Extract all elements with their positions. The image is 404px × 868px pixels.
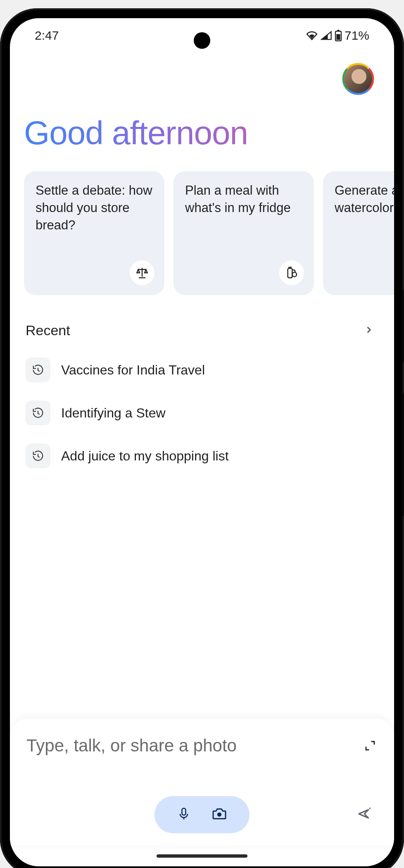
suggestion-card[interactable]: Generate a watercolor bbox=[323, 171, 394, 295]
avatar-image bbox=[344, 65, 372, 93]
suggestion-card[interactable]: Plan a meal with what's in my fridge bbox=[173, 171, 314, 295]
signal-icon bbox=[321, 31, 332, 41]
send-icon bbox=[356, 806, 373, 822]
suggestion-text: Generate a watercolor bbox=[335, 183, 394, 215]
recent-list: Vaccines for India Travel Identifying a … bbox=[10, 344, 394, 482]
account-avatar[interactable] bbox=[342, 63, 374, 95]
microphone-icon bbox=[176, 806, 191, 821]
svg-point-10 bbox=[218, 813, 221, 816]
screen: 2:47 71% bbox=[10, 18, 394, 866]
system-nav-bar[interactable] bbox=[10, 846, 394, 866]
recent-label: Identifying a Stew bbox=[61, 405, 166, 421]
nav-pill bbox=[157, 854, 247, 858]
recent-label: Vaccines for India Travel bbox=[61, 362, 205, 378]
recent-title: Recent bbox=[26, 322, 70, 339]
expand-icon bbox=[364, 739, 376, 752]
front-camera bbox=[194, 32, 210, 49]
input-surface: Type, talk, or share a photo bbox=[10, 718, 394, 846]
svg-rect-9 bbox=[182, 808, 186, 816]
greeting-title: Good afternoon bbox=[10, 99, 394, 163]
camera-icon bbox=[211, 806, 228, 822]
suggestion-cards[interactable]: Settle a debate: how should you store br… bbox=[10, 163, 394, 303]
svg-rect-1 bbox=[337, 30, 340, 31]
svg-rect-2 bbox=[336, 34, 340, 40]
battery-percent: 71% bbox=[345, 29, 369, 43]
scales-icon bbox=[130, 260, 154, 285]
recent-item[interactable]: Vaccines for India Travel bbox=[21, 348, 383, 391]
phone-side-button bbox=[402, 393, 404, 517]
prompt-input[interactable]: Type, talk, or share a photo bbox=[25, 732, 353, 759]
chevron-right-icon bbox=[364, 324, 374, 337]
history-icon bbox=[26, 358, 50, 382]
phone-frame: 2:47 71% bbox=[0, 8, 404, 868]
microphone-button[interactable] bbox=[176, 806, 191, 823]
voice-camera-pill bbox=[154, 796, 250, 833]
phone-side-button bbox=[402, 289, 404, 364]
input-actions bbox=[25, 796, 379, 833]
svg-point-8 bbox=[292, 272, 297, 277]
history-icon bbox=[26, 401, 50, 425]
recent-section-header[interactable]: Recent bbox=[10, 303, 394, 344]
suggestion-text: Plan a meal with what's in my fridge bbox=[185, 183, 291, 215]
svg-rect-7 bbox=[288, 268, 292, 278]
bottle-icon bbox=[279, 260, 304, 285]
recent-item[interactable]: Identifying a Stew bbox=[21, 391, 383, 434]
input-row: Type, talk, or share a photo bbox=[25, 732, 379, 759]
suggestion-text: Settle a debate: how should you store br… bbox=[36, 183, 152, 232]
wifi-icon bbox=[306, 31, 318, 41]
recent-item[interactable]: Add juice to my shopping list bbox=[21, 434, 383, 477]
expand-button[interactable] bbox=[361, 737, 379, 755]
history-icon bbox=[26, 444, 50, 468]
status-time: 2:47 bbox=[35, 29, 59, 43]
recent-label: Add juice to my shopping list bbox=[61, 448, 229, 464]
suggestion-card[interactable]: Settle a debate: how should you store br… bbox=[24, 171, 164, 295]
header-row bbox=[10, 53, 394, 99]
camera-button[interactable] bbox=[211, 806, 228, 824]
status-right: 71% bbox=[306, 29, 369, 43]
send-button[interactable] bbox=[356, 806, 373, 824]
battery-icon bbox=[335, 30, 342, 41]
